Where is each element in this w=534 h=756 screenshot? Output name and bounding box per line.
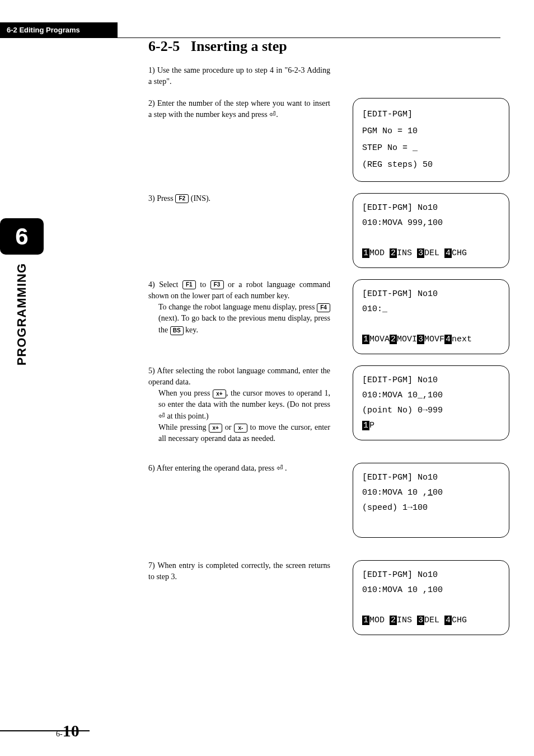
enter-icon: ⏎ [277,464,283,472]
step-3: 3) Press F2 (INS). [148,193,330,204]
step-6: 6) After entering the operand data, pres… [148,463,330,474]
f4-key-icon: F4 [317,303,330,312]
lcd-softkey-row: 1MOVA2MOVI3MOVF4next [362,332,500,347]
lcd-line: PGM No = 10 [362,123,500,140]
lcd-line: 010:MOVA 999,100 [362,215,500,231]
lcd-line: [EDIT-PGM] No10 [362,287,500,302]
lcd-line: 010:MOVA 10_,100 [362,388,500,403]
lcd-screen-menu-b: [EDIT-PGM] No10 010:MOVA 999,100 1MOD 2I… [353,193,509,268]
lcd-screen-menu-c: [EDIT-PGM] No10 010:_ 1MOVA2MOVI3MOVF4ne… [353,279,509,354]
lcd-line: 010:MOVA 10 ,100 [362,583,500,598]
page-number: 6-10 [56,721,79,740]
xplus-key-icon: x+ [213,389,226,398]
chapter-tab: 6 PROGRAMMING [0,218,44,365]
breadcrumb: 6-2 Editing Programs [0,22,118,37]
f3-key-icon: F3 [210,280,224,289]
section-title: 6-2-5 Inserting a step [148,38,521,55]
lcd-screen-e: [EDIT-PGM] No10 010:MOVA 10 ,100 (speed)… [353,463,509,538]
step-7: 7) When entry is completed correctly, th… [148,560,330,583]
lcd-softkey-row: 1MOD 2INS 3DEL 4CHG [362,613,500,628]
lcd-softkey-row: 1P [362,418,500,433]
lcd-line: (speed) 1→100 [362,500,500,515]
lcd-screen-edit-pgm-step: [EDIT-PGM] PGM No = 10 STEP No = _ (REG … [353,98,509,182]
lcd-line: [EDIT-PGM] No10 [362,567,500,583]
lcd-line: STEP No = _ [362,140,500,157]
step-1: 1) Use the same procedure up to step 4 i… [148,65,330,88]
f2-key-icon: F2 [175,194,189,203]
lcd-line: 010:MOVA 10 ,100 [362,485,500,500]
lcd-screen-menu-d: [EDIT-PGM] No10 010:MOVA 10_,100 (point … [353,365,509,440]
chapter-label: PROGRAMMING [15,263,29,365]
step-2: 2) Enter the number of the step where yo… [148,98,330,121]
section-number: 6-2-5 [148,38,180,54]
lcd-line: [EDIT-PGM] No10 [362,373,500,388]
step-5: 5) After selecting the robot language co… [148,365,330,445]
f1-key-icon: F1 [182,280,196,289]
content-area: 6-2-5 Inserting a step 1) Use the same p… [148,38,521,641]
lcd-softkey-row: 1MOD 2INS 3DEL 4CHG [362,246,500,261]
lcd-line: 010:_ [362,302,500,317]
lcd-line: [EDIT-PGM] [362,106,500,123]
enter-icon: ⏎ [269,110,276,119]
bs-key-icon: BS [170,326,184,335]
section-heading: Inserting a step [191,38,287,54]
chapter-number-badge: 6 [0,218,44,255]
enter-icon: ⏎ [158,412,165,420]
lcd-screen-f: [EDIT-PGM] No10 010:MOVA 10 ,100 1MOD 2I… [353,560,509,635]
step-4: 4) Select F1 to F3 or a robot language c… [148,279,330,336]
lcd-line: [EDIT-PGM] No10 [362,200,500,215]
lcd-line: (point No) 0→999 [362,403,500,418]
lcd-line: [EDIT-PGM] No10 [362,470,500,485]
lcd-line: (REG steps) 50 [362,157,500,173]
xminus-key-icon: x- [234,424,247,433]
xplus-key-icon: x+ [209,424,222,433]
